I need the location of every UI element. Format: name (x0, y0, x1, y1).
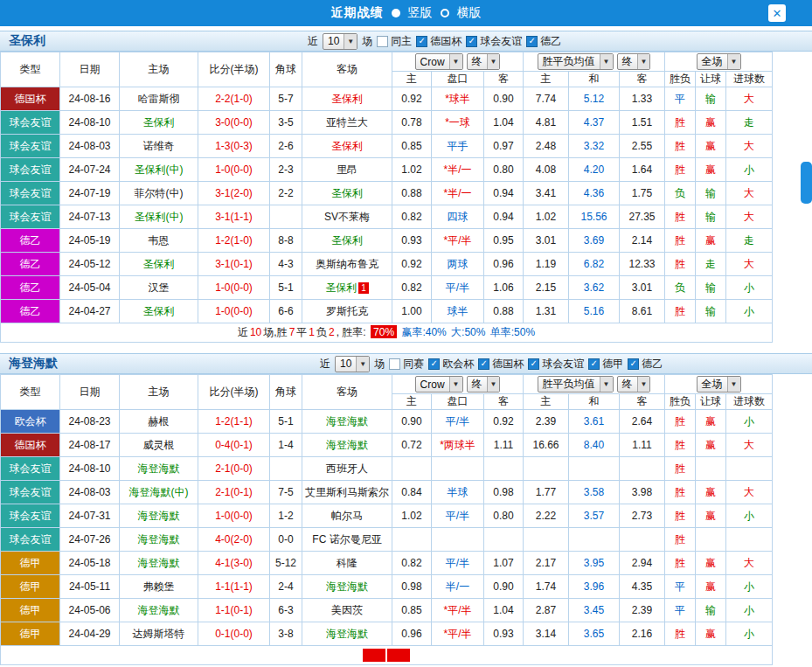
bookmaker-select[interactable]: Crow▼ (415, 53, 463, 70)
home-team: 海登海默 (120, 457, 198, 481)
home-team: 威灵根 (120, 434, 198, 457)
odds-home (392, 528, 432, 552)
home-team: 圣保利 (120, 253, 198, 276)
chevron-down-icon: ▼ (727, 54, 740, 69)
result-wdl: 负 (665, 182, 696, 205)
checkbox-欧会杯[interactable]: ✓欧会杯 (428, 357, 474, 372)
competition-badge: 德甲 (1, 575, 60, 599)
scrollbar-thumb[interactable] (801, 162, 812, 204)
bookmaker-select-value: Crow (420, 379, 445, 391)
chevron-down-icon: ▼ (356, 357, 369, 372)
close-icon[interactable]: ✕ (768, 4, 786, 22)
match-row: 球会友谊24-07-13圣保利(中)3-1(1-1)SV不莱梅0.82四球0.9… (1, 205, 773, 229)
checkbox-同赛[interactable]: 同赛 (389, 357, 424, 372)
bookmaker-select[interactable]: Crow▼ (415, 376, 463, 393)
recent-count-select[interactable]: 10▼ (335, 356, 370, 372)
home-team: 海登海默 (120, 504, 198, 528)
checkbox-德乙[interactable]: ✓德乙 (526, 34, 561, 49)
radio-vertical-label[interactable]: 竖版 (408, 5, 433, 21)
scope-select[interactable]: 全场▼ (697, 376, 741, 393)
result-handicap: 赢 (696, 504, 726, 528)
odds-away: 0.93 (484, 622, 524, 646)
match-score: 1-1(0-1) (198, 599, 270, 622)
summary-text: 赢率:40% (399, 326, 447, 338)
avg-away: 27.35 (620, 205, 665, 229)
odds-home: 0.96 (392, 622, 432, 646)
scope-select[interactable]: 全场▼ (697, 53, 741, 70)
result-handicap: 赢 (696, 229, 726, 253)
corner-count: 4-3 (270, 253, 302, 276)
radio-horizontal-label[interactable]: 横版 (457, 5, 482, 21)
corner-count: 6-6 (270, 300, 302, 323)
column-header-home: 主场 (120, 375, 198, 410)
result-handicap: 赢 (696, 410, 726, 434)
corner-count: 5-7 (270, 87, 302, 111)
avg-away: 2.16 (620, 622, 665, 646)
odds-state-select[interactable]: 终▼ (467, 53, 501, 70)
avg-away (620, 457, 665, 481)
avg-draw: 5.12 (569, 87, 620, 111)
avg-type-select[interactable]: 胜平负均值▼ (538, 376, 614, 393)
corner-count: 2-2 (270, 182, 302, 205)
odds-away: 1.04 (484, 599, 524, 622)
result-handicap (696, 457, 726, 481)
home-team: 圣保利(中) (120, 205, 198, 229)
checkbox-德乙[interactable]: ✓德乙 (628, 357, 663, 372)
column-header-corner: 角球 (270, 52, 302, 87)
corner-count: 8-8 (270, 229, 302, 253)
odds-home: 0.88 (392, 182, 432, 205)
match-score: 3-0(0-0) (198, 111, 270, 135)
checkbox-label: 球会友谊 (480, 34, 522, 49)
odds-state-select[interactable]: 终▼ (467, 376, 501, 393)
avg-away: 2.73 (620, 504, 665, 528)
odds-home: 0.82 (392, 205, 432, 229)
summary-text: 近 (238, 326, 248, 338)
away-team-name: 海登海默 (326, 415, 368, 427)
away-team: FC 诺尔曼尼亚 (302, 528, 392, 552)
avg-away: 2.94 (620, 552, 665, 575)
column-subheader: 客 (620, 394, 665, 410)
recent-count-select[interactable]: 10▼ (323, 33, 357, 50)
match-score: 4-1(3-0) (198, 552, 270, 575)
chevron-down-icon: ▼ (344, 34, 357, 49)
odds-home: 0.85 (392, 599, 432, 622)
sections-container: 圣保利近10▼场同主✓德国杯✓球会友谊✓德乙类型日期主场比分(半场)角球客场Cr… (0, 31, 812, 665)
competition-badge: 德乙 (1, 276, 60, 300)
avg-draw: 3.62 (569, 276, 620, 300)
home-team: 弗赖堡 (120, 575, 198, 599)
result-goals: 大 (726, 87, 773, 111)
column-subheader: 胜负 (665, 72, 696, 87)
avg-type-select[interactable]: 胜平负均值▼ (538, 53, 614, 70)
radio-horizontal-icon[interactable] (441, 9, 449, 17)
column-header-home: 主场 (120, 52, 198, 87)
match-date: 24-05-12 (60, 253, 120, 276)
radio-vertical-icon[interactable] (392, 9, 400, 17)
match-score: 1-0(0-0) (198, 276, 270, 300)
competition-badge: 德国杯 (1, 434, 60, 457)
avg-away: 3.01 (620, 276, 665, 300)
odds-handicap: *平/半 (432, 599, 484, 622)
checkbox-球会友谊[interactable]: ✓球会友谊 (466, 34, 522, 49)
odds-handicap (432, 457, 484, 481)
result-handicap: 赢 (696, 434, 726, 457)
avg-state-select[interactable]: 终▼ (617, 376, 651, 393)
odds-handicap: 平/半 (432, 552, 484, 575)
result-wdl: 胜 (665, 253, 696, 276)
odds-home: 1.00 (392, 300, 432, 323)
away-team-name: 科隆 (337, 557, 357, 569)
column-subheader: 让球 (696, 394, 726, 410)
away-team-name: 海登海默 (326, 439, 368, 451)
result-goals: 走 (726, 111, 773, 135)
checkbox-德甲[interactable]: ✓德甲 (588, 357, 623, 372)
checkbox-德国杯[interactable]: ✓德国杯 (416, 34, 462, 49)
odds-away: 1.06 (484, 276, 524, 300)
match-score: 1-3(0-3) (198, 135, 270, 158)
chevron-down-icon: ▼ (487, 54, 500, 69)
avg-state-select[interactable]: 终▼ (617, 53, 651, 70)
checkbox-德国杯[interactable]: ✓德国杯 (478, 357, 524, 372)
checkbox-同主[interactable]: 同主 (377, 34, 412, 49)
checkbox-球会友谊[interactable]: ✓球会友谊 (528, 357, 584, 372)
away-team: 西班牙人 (302, 457, 392, 481)
odds-away: 0.98 (484, 481, 524, 504)
match-row: 德乙24-05-04汉堡1-0(0-0)5-1圣保利10.82平/半1.062.… (1, 276, 773, 300)
